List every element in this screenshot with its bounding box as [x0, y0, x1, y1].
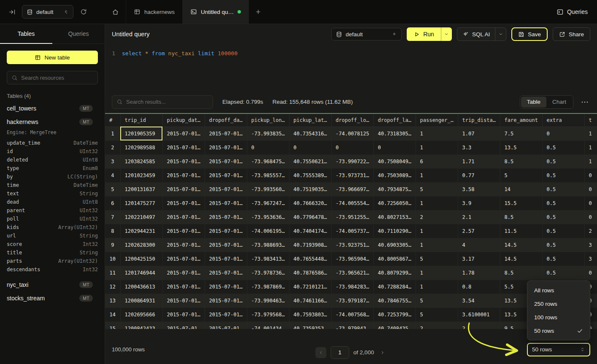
table-cell[interactable]: 1.07 — [458, 127, 500, 140]
table-cell[interactable]: 40.7550621… — [289, 154, 331, 168]
column-header-pickup_dat[interactable]: pickup_dat… — [162, 114, 205, 127]
table-cell[interactable]: 3 — [584, 252, 597, 266]
sidebar-tab-queries[interactable]: Queries — [52, 24, 105, 43]
table-cell[interactable]: 2 — [584, 224, 597, 238]
table-cell[interactable]: 40.7796478… — [289, 210, 331, 224]
row-number-cell[interactable]: 6 — [105, 196, 120, 210]
sidebar-column-row[interactable]: descendantsInt32 — [0, 265, 105, 274]
refresh-button[interactable] — [78, 6, 89, 18]
table-cell[interactable]: -73.923751… — [331, 238, 373, 252]
table-cell[interactable]: -73.973731… — [331, 168, 373, 182]
tab-untitled-query[interactable]: Untitled qu… — [183, 0, 249, 24]
table-cell[interactable]: -73.979187… — [331, 294, 373, 307]
table-cell[interactable]: 2015-07-01… — [162, 196, 205, 210]
table-cell[interactable]: 11.5 — [500, 224, 542, 238]
sql-ai-caret[interactable] — [495, 28, 506, 40]
table-cell[interactable]: 40.7256050… — [373, 196, 416, 210]
table-cell[interactable]: 2015-07-01… — [205, 127, 247, 140]
table-cell[interactable]: 40.7846755… — [373, 294, 416, 307]
table-cell[interactable]: 1 — [416, 168, 458, 182]
table-cell[interactable]: 13.5 — [500, 140, 542, 154]
table-cell[interactable]: 2015-07-01… — [162, 280, 205, 294]
row-number-cell[interactable]: 3 — [105, 154, 120, 168]
table-cell[interactable]: 1201905359 — [120, 127, 162, 140]
table-cell[interactable]: 0.5 — [542, 224, 584, 238]
sidebar-column-row[interactable]: typeEnum8 — [0, 164, 105, 173]
table-cell[interactable]: 40.7359353… — [289, 321, 331, 329]
table-cell[interactable]: 0.8 — [458, 280, 500, 294]
table-cell[interactable]: 2015-07-01… — [205, 294, 247, 307]
column-header-trip_dista[interactable]: trip_dista… — [458, 114, 500, 127]
table-cell[interactable]: 5 — [416, 307, 458, 321]
table-cell[interactable]: -74.0078125 — [331, 127, 373, 140]
table-cell[interactable]: 0.5 — [542, 182, 584, 196]
table-cell[interactable]: 40.7354316… — [289, 127, 331, 140]
table-cell[interactable]: -73.953636… — [247, 210, 289, 224]
table-cell[interactable]: -73.951255… — [331, 210, 373, 224]
rows-per-page-select[interactable]: 50 rows — [527, 343, 590, 356]
column-header-pickup_lon[interactable]: pickup_lon… — [247, 114, 289, 127]
table-cell[interactable]: 40.7666320… — [289, 196, 331, 210]
sidebar-column-row[interactable]: partsArray(UInt32) — [0, 257, 105, 265]
rows-menu-item-all-rows[interactable]: All rows — [530, 283, 587, 297]
table-cell[interactable]: 1200842433 — [120, 321, 162, 329]
table-cell[interactable]: 1 — [416, 140, 458, 154]
row-number-cell[interactable]: 8 — [105, 224, 120, 238]
sidebar-column-row[interactable]: pollUInt32 — [0, 215, 105, 223]
table-cell[interactable]: 2015-07-01… — [205, 140, 247, 154]
table-cell[interactable]: 40.7318305… — [373, 127, 416, 140]
table-cell[interactable]: -74.006195… — [247, 224, 289, 238]
new-tab-button[interactable] — [249, 0, 267, 24]
sidebar-column-row[interactable]: scoreInt32 — [0, 240, 105, 248]
table-cell[interactable]: -73.965621… — [331, 266, 373, 280]
table-cell[interactable]: 15.5 — [500, 196, 542, 210]
table-cell[interactable]: 4 — [458, 238, 500, 252]
table-cell[interactable]: 2015-07-01… — [205, 168, 247, 182]
view-toggle-chart[interactable]: Chart — [546, 97, 572, 108]
table-cell[interactable]: -74.001434… — [247, 321, 289, 329]
table-cell[interactable]: 2 — [416, 321, 458, 329]
table-cell[interactable]: 0 — [247, 140, 289, 154]
table-cell[interactable]: 2015-07-01… — [205, 224, 247, 238]
table-cell[interactable]: 0 — [373, 140, 416, 154]
table-cell[interactable]: 0.5 — [542, 238, 584, 252]
table-cell[interactable]: 40.8079299… — [373, 266, 416, 280]
table-cell[interactable]: 3.17 — [458, 252, 500, 266]
table-cell[interactable]: 0 — [289, 140, 331, 154]
table-cell[interactable]: 3.6100001 — [458, 307, 500, 321]
table-cell[interactable]: 3 — [584, 238, 597, 252]
table-cell[interactable]: 1202210497 — [120, 210, 162, 224]
table-cell[interactable]: 2015-07-01… — [162, 168, 205, 182]
row-number-cell[interactable]: 9 — [105, 238, 120, 252]
table-cell[interactable]: 1200425150 — [120, 252, 162, 266]
table-cell[interactable]: 5 — [416, 252, 458, 266]
table-cell[interactable]: 0.5 — [542, 196, 584, 210]
table-cell[interactable]: 8.5 — [500, 154, 542, 168]
table-cell[interactable]: 1 — [584, 127, 597, 140]
table-cell[interactable]: -73.987869… — [247, 280, 289, 294]
column-header-dropoff_la[interactable]: dropoff_la… — [373, 114, 416, 127]
table-cell[interactable]: 1 — [416, 266, 458, 280]
table-cell[interactable]: 40.7555389… — [289, 168, 331, 182]
table-cell[interactable]: 2015-07-01… — [162, 224, 205, 238]
table-cell[interactable]: 0.5 — [542, 252, 584, 266]
sidebar-table-cell_towers[interactable]: cell_towersMT — [0, 102, 105, 115]
table-cell[interactable]: 2015-07-01… — [205, 182, 247, 196]
previous-page-button[interactable] — [316, 347, 327, 358]
table-cell[interactable]: 5 — [416, 182, 458, 196]
table-cell[interactable]: 14.5 — [500, 238, 542, 252]
table-cell[interactable]: -73.983413… — [247, 252, 289, 266]
row-number-cell[interactable]: 15 — [105, 321, 120, 329]
sidebar-column-row[interactable]: idUInt32 — [0, 147, 105, 156]
table-cell[interactable]: -73.990463… — [247, 294, 289, 307]
table-cell[interactable]: 2015-07-01… — [205, 210, 247, 224]
table-cell[interactable]: 0.5 — [542, 266, 584, 280]
table-cell[interactable]: 1201023459 — [120, 168, 162, 182]
table-cell[interactable]: -73.979568… — [247, 307, 289, 321]
table-cell[interactable]: 40.7593803… — [289, 307, 331, 321]
sql-editor[interactable]: 1 select * from nyc_taxi limit 100000 — [105, 44, 597, 92]
new-table-button[interactable]: New table — [7, 51, 98, 64]
table-cell[interactable]: -73.967247… — [247, 196, 289, 210]
column-header-fare_amount[interactable]: fare_amount — [500, 114, 542, 127]
table-cell[interactable]: 1 — [416, 238, 458, 252]
